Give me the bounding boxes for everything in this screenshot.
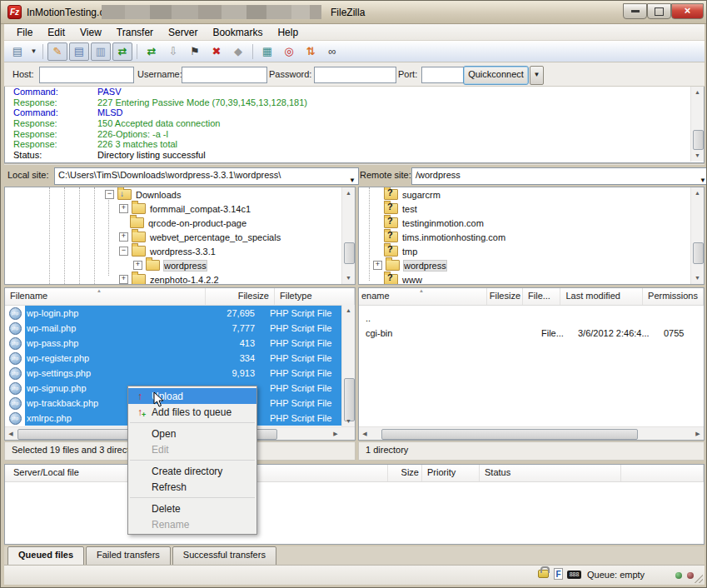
menu-edit[interactable]: Edit [40, 25, 72, 40]
tree-item[interactable]: −wordpress-3.3.1 [5, 244, 355, 258]
synchronized-browsing-icon[interactable]: ⇅ [301, 42, 321, 61]
column-header-filetype[interactable]: Filetype [275, 288, 355, 305]
remote-tree-scrollbar[interactable]: ▲ ▼ [690, 187, 704, 284]
column-header-filetype[interactable]: File... [523, 288, 560, 305]
tree-item[interactable]: ?test [359, 202, 704, 216]
site-manager-dropdown-icon[interactable]: ▼ [29, 43, 38, 60]
file-row[interactable]: wp-mail.php7,777PHP Script File [5, 321, 343, 336]
directory-comparison-icon[interactable]: ◎ [279, 42, 299, 61]
tree-item[interactable]: +formmail_compat-3.14c1 [5, 202, 355, 216]
tree-item[interactable]: +zenphoto-1.4.2.2 [5, 272, 355, 285]
filter-icon[interactable]: ▦ [257, 42, 277, 61]
menu-item-refresh[interactable]: Refresh [128, 479, 256, 495]
maximize-button[interactable] [647, 3, 671, 19]
column-header-last-modified[interactable]: Last modified [560, 288, 643, 305]
tree-item[interactable]: ?www [359, 272, 704, 285]
red-indicator-icon [687, 572, 694, 579]
collapse-icon: − [105, 190, 114, 199]
menu-server[interactable]: Server [161, 25, 205, 40]
tab-failed-transfers[interactable]: Failed transfers [86, 546, 171, 566]
menu-view[interactable]: View [72, 25, 109, 40]
title-bar[interactable]: Fz InMotionTesting.com - FileZilla × [1, 1, 707, 24]
toggle-queue-icon[interactable]: ⇄ [112, 42, 132, 61]
log-label: Response: [5, 97, 97, 107]
local-site-combobox[interactable]: C:\Users\TimS\Downloads\wordpress-3.3.1\… [54, 167, 359, 185]
lock-icon [538, 570, 549, 578]
menu-item-add-files-to-queue[interactable]: ↑+Add files to queue [128, 404, 256, 420]
quickconnect-bar: Host: Username: Password: Port: Quickcon… [4, 62, 705, 87]
php-file-icon [9, 382, 22, 395]
resize-grip[interactable] [695, 575, 703, 583]
file-row[interactable]: cgi-binFile...3/6/2012 2:46:4...0755 [359, 326, 704, 341]
tree-item[interactable]: ?tmp [359, 244, 704, 258]
file-row-parent[interactable]: .. [359, 311, 704, 326]
toggle-log-icon[interactable]: ✎ [47, 42, 67, 61]
speed-limit-icon[interactable]: 888 [567, 571, 581, 579]
refresh-icon[interactable]: ⇄ [142, 42, 162, 61]
log-label: Response: [5, 118, 97, 128]
menu-file[interactable]: File [9, 25, 40, 40]
tree-item[interactable]: qrcode-on-product-page [5, 216, 355, 230]
log-scrollbar[interactable]: ▲ ▼ [690, 87, 704, 162]
file-row[interactable]: wp-settings.php9,913PHP Script File [5, 366, 343, 381]
column-header-priority[interactable]: Priority [422, 465, 480, 481]
minimize-button[interactable] [623, 3, 647, 19]
tree-item[interactable]: +webvet_percentage_to_specials [5, 230, 355, 244]
local-tree-scrollbar[interactable]: ▲ ▼ [341, 187, 355, 284]
menu-transfer[interactable]: Transfer [109, 25, 161, 40]
tree-item[interactable]: ?tims.inmotionhosting.com [359, 230, 704, 244]
folder-question-icon: ? [384, 189, 398, 200]
quickconnect-dropdown-icon[interactable]: ▼ [530, 66, 544, 85]
host-input[interactable] [39, 67, 134, 83]
tree-item-downloads[interactable]: −↓Downloads [5, 187, 355, 202]
toggle-local-tree-icon[interactable]: ▤ [69, 42, 89, 61]
toggle-remote-tree-icon[interactable]: ▥ [91, 42, 111, 61]
reconnect-icon[interactable]: ◆ [228, 42, 248, 61]
menu-bookmarks[interactable]: Bookmarks [205, 25, 270, 40]
username-input[interactable] [182, 67, 267, 83]
filezilla-app-icon: Fz [7, 5, 22, 19]
tree-item[interactable]: ?testinginmotion.com [359, 216, 704, 230]
password-input[interactable] [314, 67, 396, 83]
column-header-filesize[interactable]: Filesize [487, 288, 523, 305]
file-row[interactable]: wp-login.php27,695PHP Script File [5, 306, 343, 321]
log-text: 150 Accepted data connection [97, 118, 220, 128]
menu-item-delete[interactable]: Delete [128, 501, 256, 516]
disconnect-icon[interactable]: ✖ [207, 42, 227, 61]
tree-item-wordpress-selected[interactable]: +wordpress [5, 258, 355, 272]
column-header-permissions[interactable]: Permissions [643, 288, 704, 305]
site-manager-icon[interactable]: ▤ [7, 42, 27, 61]
menu-item-open[interactable]: Open [128, 426, 256, 441]
column-header-status[interactable]: Status [480, 465, 621, 481]
tab-successful-transfers[interactable]: Successful transfers [172, 546, 276, 566]
cancel-icon[interactable]: ⚑ [185, 42, 205, 61]
close-button[interactable]: × [671, 3, 704, 19]
file-row[interactable]: wp-register.php334PHP Script File [5, 351, 343, 366]
php-file-icon [9, 412, 22, 425]
expand-icon: + [119, 232, 128, 242]
column-header-size[interactable]: Size [388, 465, 422, 481]
tree-item-wordpress-selected[interactable]: +wordpress [359, 258, 704, 272]
quickconnect-button[interactable]: Quickconnect [463, 66, 529, 85]
filter-status-icon[interactable]: F [554, 568, 563, 580]
menu-item-upload[interactable]: ↑Upload [128, 388, 256, 404]
menu-item-create-directory[interactable]: Create directory [128, 463, 256, 479]
menu-help[interactable]: Help [270, 25, 306, 40]
remote-site-combobox[interactable]: /wordpress ▼ [411, 167, 707, 185]
php-file-icon [9, 397, 22, 410]
remote-list-hscrollbar[interactable]: ◀ ▶ [359, 426, 704, 440]
local-list-vscrollbar[interactable]: ▲ ▼ [341, 305, 355, 427]
port-input[interactable] [421, 67, 465, 83]
column-header-filesize[interactable]: Filesize [206, 288, 275, 305]
log-label: Response: [5, 139, 97, 149]
process-queue-icon[interactable]: ⇩ [163, 42, 183, 61]
log-text: 226-Options: -a -l [97, 129, 168, 139]
tree-item[interactable]: ?sugarcrm [359, 187, 704, 202]
file-row[interactable]: wp-pass.php413PHP Script File [5, 336, 343, 351]
password-label: Password: [269, 69, 311, 79]
find-files-icon[interactable]: ∞ [322, 42, 342, 61]
menu-bar: File Edit View Transfer Server Bookmarks… [4, 24, 705, 41]
column-header-filename[interactable]: Filename▲ [5, 288, 206, 305]
column-header-filename[interactable]: ename▲ [359, 288, 487, 305]
port-label: Port: [398, 69, 417, 79]
